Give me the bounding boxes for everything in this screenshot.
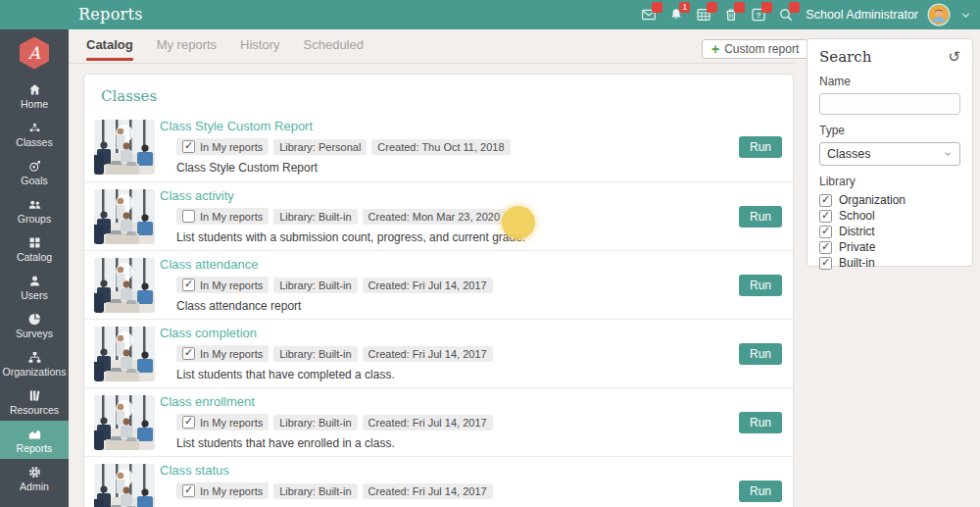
plus-icon: + [711, 42, 719, 56]
sidebar-item-label: Home [21, 99, 48, 110]
report-row: Class completion In My reports Library: … [84, 319, 793, 387]
tab-history[interactable]: History [240, 37, 279, 61]
created-badge: Created: Fri Jul 14, 2017 [363, 483, 493, 499]
tab-my-reports[interactable]: My reports [157, 37, 217, 61]
type-select[interactable]: Classes [819, 142, 960, 166]
topbar: Reports 1 School Administrator [0, 0, 980, 29]
report-title-link[interactable]: Class attendance [160, 257, 493, 272]
sidebar-item-admin[interactable]: Admin [0, 459, 69, 497]
created-badge: Created: Fri Jul 14, 2017 [363, 346, 493, 362]
sidebar-item-label: Goals [21, 176, 47, 186]
custom-report-button[interactable]: +Custom report [702, 39, 808, 59]
topbar-actions: 1 School Administrator [640, 0, 972, 29]
name-input[interactable] [819, 93, 960, 115]
notification-badge [652, 2, 662, 13]
library-badge: Library: Built-in [273, 346, 357, 362]
in-my-reports-checkbox[interactable] [182, 140, 195, 153]
run-button[interactable]: Run [739, 343, 782, 365]
sidebar-item-organizations[interactable]: Organizations [0, 344, 69, 382]
in-my-reports-checkbox[interactable] [182, 279, 195, 291]
in-my-reports-label: In My reports [200, 485, 263, 497]
in-my-reports-checkbox[interactable] [182, 416, 195, 429]
report-tabs: CatalogMy reportsHistoryScheduled [86, 37, 364, 61]
report-title-link[interactable]: Class enrollment [160, 394, 493, 409]
in-my-reports-checkbox[interactable] [182, 210, 195, 223]
library-option-school[interactable]: School [819, 209, 960, 223]
user-avatar[interactable] [929, 5, 949, 25]
report-title-link[interactable]: Class Style Custom Report [160, 119, 511, 133]
report-thumbnail[interactable] [94, 189, 155, 244]
library-badge: Library: Built-in [273, 415, 357, 431]
search-panel: Search ↺ Name Type Classes Library Organ… [807, 38, 973, 267]
report-row: Class status In My reports Library: Buil… [84, 456, 793, 507]
calendar-icon[interactable] [695, 7, 711, 24]
report-thumbnail[interactable] [94, 395, 155, 450]
sidebar-item-surveys[interactable]: Surveys [0, 306, 69, 344]
sidebar-item-groups[interactable]: Groups [0, 191, 69, 229]
report-row: Class enrollment In My reports Library: … [84, 387, 793, 456]
tab-catalog[interactable]: Catalog [86, 37, 133, 61]
mail-icon[interactable] [640, 7, 657, 24]
sidebar-item-resources[interactable]: Resources [0, 382, 69, 421]
trash-icon[interactable] [722, 7, 739, 24]
in-my-reports-badge[interactable]: In My reports [176, 138, 269, 155]
notification-badge: 1 [679, 2, 690, 13]
chevron-down-icon[interactable] [959, 9, 972, 22]
sidebar: A HomeClassesGoalsGroupsCatalogUsersSurv… [0, 29, 69, 507]
sidebar-item-reports[interactable]: Reports [0, 421, 69, 459]
type-label: Type [819, 124, 960, 137]
in-my-reports-checkbox[interactable] [182, 484, 195, 497]
report-thumbnail[interactable] [94, 464, 155, 507]
run-button[interactable]: Run [739, 481, 782, 502]
notifications-icon[interactable]: 1 [667, 7, 684, 24]
in-my-reports-badge[interactable]: In My reports [176, 277, 269, 293]
run-button[interactable]: Run [739, 412, 782, 433]
in-my-reports-badge[interactable]: In My reports [176, 482, 269, 499]
in-my-reports-badge[interactable]: In My reports [176, 345, 269, 362]
sidebar-item-home[interactable]: Home [0, 76, 69, 115]
user-name[interactable]: School Administrator [806, 8, 918, 22]
run-button[interactable]: Run [739, 275, 782, 296]
sidebar-item-goals[interactable]: Goals [0, 153, 69, 191]
library-option-private[interactable]: Private [819, 240, 960, 254]
tab-scheduled[interactable]: Scheduled [304, 37, 364, 61]
select-chevron-icon [943, 149, 953, 159]
sidebar-item-label: Users [21, 290, 47, 301]
report-description: Class attendance report [176, 299, 493, 313]
sidebar-item-label: Catalog [17, 252, 52, 263]
sidebar-item-label: Resources [10, 405, 59, 416]
notification-badge [734, 2, 745, 13]
logo-letter: A [20, 37, 49, 70]
library-option-built-in[interactable]: Built-in [819, 256, 960, 270]
report-title-link[interactable]: Class activity [160, 188, 525, 203]
sidebar-item-label: Organizations [3, 367, 67, 378]
report-thumbnail[interactable] [94, 120, 155, 175]
sidebar-item-users[interactable]: Users [0, 268, 69, 306]
report-thumbnail[interactable] [94, 327, 155, 381]
notification-badge [789, 2, 800, 13]
app-logo[interactable]: A [0, 29, 69, 76]
run-button[interactable]: Run [739, 206, 782, 228]
in-my-reports-checkbox[interactable] [182, 347, 195, 360]
library-option-organization[interactable]: Organization [819, 193, 960, 207]
report-title-link[interactable]: Class status [160, 463, 493, 478]
sidebar-item-catalog[interactable]: Catalog [0, 229, 69, 268]
in-my-reports-badge[interactable]: In My reports [176, 208, 269, 225]
in-my-reports-label: In My reports [200, 211, 263, 223]
created-badge: Created: Mon Mar 23, 2020 [363, 209, 507, 225]
search-panel-title: Search [819, 48, 871, 66]
notification-badge [707, 2, 717, 13]
search-icon[interactable] [777, 7, 794, 24]
tab-label: Scheduled [304, 37, 364, 52]
run-button[interactable]: Run [739, 136, 782, 158]
refresh-icon[interactable]: ↺ [948, 50, 960, 65]
report-title-link[interactable]: Class completion [160, 326, 493, 340]
in-my-reports-badge[interactable]: In My reports [176, 414, 269, 431]
sidebar-item-classes[interactable]: Classes [0, 115, 69, 153]
report-catalog-card: Classes Class Style Custom Report In My … [83, 74, 794, 507]
help-icon[interactable] [750, 7, 766, 24]
library-option-district[interactable]: District [819, 225, 960, 238]
report-thumbnail[interactable] [94, 258, 155, 313]
report-description: Class Style Custom Report [176, 161, 511, 175]
library-badge: Library: Built-in [273, 209, 357, 225]
